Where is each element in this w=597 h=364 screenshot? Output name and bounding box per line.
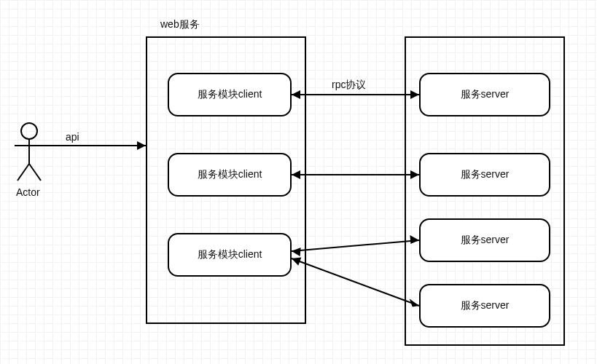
client-label-2: 服务模块client <box>198 168 262 181</box>
rpc-label: rpc协议 <box>332 79 366 92</box>
svg-line-3 <box>17 164 29 181</box>
client-label-1: 服务模块client <box>198 88 262 101</box>
server-box-2: 服务server <box>419 153 550 197</box>
server-label-2: 服务server <box>461 168 510 181</box>
actor-label: Actor <box>16 186 40 198</box>
api-label: api <box>66 131 79 143</box>
svg-line-16 <box>292 258 419 306</box>
client-box-1: 服务模块client <box>168 73 292 116</box>
actor-figure <box>15 123 44 181</box>
server-label-1: 服务server <box>461 88 510 101</box>
rpc-arrow-2 <box>292 170 419 179</box>
server-box-3: 服务server <box>419 218 550 262</box>
svg-line-13 <box>292 240 419 251</box>
web-service-title: web服务 <box>160 18 200 31</box>
rpc-arrow-3 <box>292 235 419 256</box>
svg-marker-6 <box>137 141 146 150</box>
svg-point-0 <box>21 123 37 139</box>
server-box-1: 服务server <box>419 73 550 116</box>
client-label-3: 服务模块client <box>198 248 262 261</box>
client-box-2: 服务模块client <box>168 153 292 197</box>
rpc-arrow-4 <box>292 258 419 307</box>
svg-line-4 <box>29 164 41 181</box>
api-arrow <box>44 141 146 150</box>
server-label-3: 服务server <box>461 234 510 247</box>
server-box-4: 服务server <box>419 284 550 328</box>
client-box-3: 服务模块client <box>168 233 292 277</box>
server-label-4: 服务server <box>461 299 510 312</box>
